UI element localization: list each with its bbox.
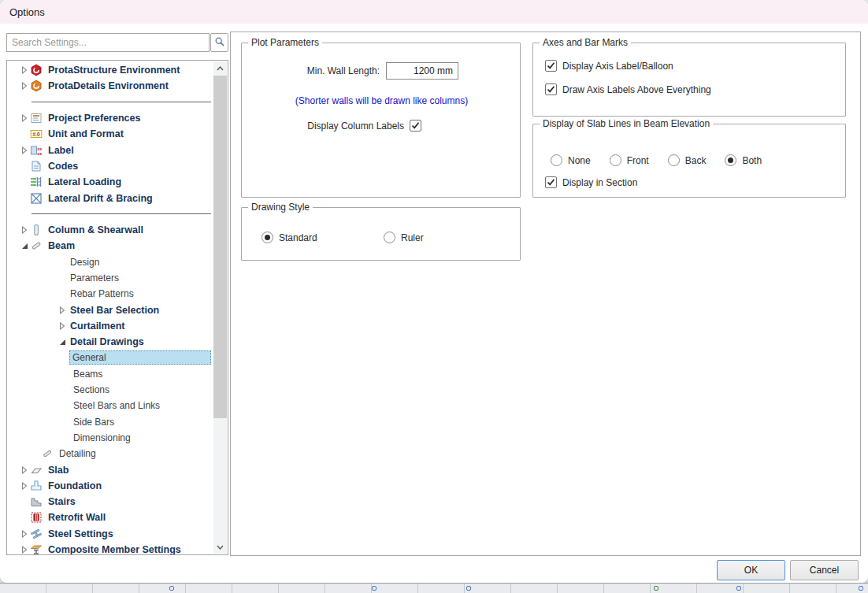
tree-item-detail-drawings[interactable]: Detail Drawings <box>8 334 213 350</box>
tree-item-detailing[interactable]: Detailing <box>8 446 213 461</box>
cancel-button[interactable]: Cancel <box>790 560 859 580</box>
slab-lines-front-radio[interactable] <box>610 154 621 166</box>
settings-tree: ProtaStructure EnvironmentProtaDetails E… <box>6 60 228 555</box>
background-axis-mark <box>466 586 471 591</box>
search-input[interactable] <box>6 33 210 52</box>
tree-item-design[interactable]: Design <box>8 254 213 270</box>
min-wall-length-input[interactable] <box>386 62 458 80</box>
expand-arrow-icon[interactable] <box>57 321 68 332</box>
display-axis-label-checkbox[interactable] <box>545 60 557 72</box>
tree-item-composite-member-settings[interactable]: Composite Member Settings <box>8 542 213 555</box>
tree-item-lateral-loading[interactable]: Lateral Loading <box>8 174 213 190</box>
tree-item-label[interactable]: xxxxLabel <box>8 142 213 158</box>
tree-item-general[interactable]: General <box>8 350 213 365</box>
tree-item-beams[interactable]: Beams <box>8 366 213 382</box>
group-title: Display of Slab Lines in Beam Elevation <box>540 118 713 129</box>
tree-item-label: Project Preferences <box>46 112 143 124</box>
arrow-spacer <box>60 432 71 443</box>
display-in-section-checkbox[interactable] <box>545 176 557 188</box>
scrollbar-thumb[interactable] <box>213 76 227 418</box>
lateral-loading-icon <box>30 176 46 188</box>
arrow-spacer <box>19 161 30 172</box>
expand-arrow-icon[interactable] <box>19 113 30 124</box>
draw-axis-labels-checkbox[interactable] <box>545 83 557 95</box>
tree-item-label: Beams <box>71 368 105 380</box>
tree-item-label: Steel Settings <box>46 528 116 540</box>
tree-item-sections[interactable]: Sections <box>8 382 213 398</box>
tree-item-parameters[interactable]: Parameters <box>8 270 213 286</box>
magnifier-icon <box>214 36 225 50</box>
arrow-spacer <box>58 352 69 363</box>
slab-lines-back-radio[interactable] <box>668 154 680 166</box>
slab-lines-none-radio[interactable] <box>551 154 562 166</box>
collapse-arrow-icon[interactable] <box>57 336 68 347</box>
arrow-spacer <box>60 417 71 428</box>
expand-arrow-icon[interactable] <box>19 480 30 491</box>
group-title: Axes and Bar Marks <box>540 37 631 48</box>
axes-bar-marks-group: Axes and Bar Marks Display Axis Label/Ba… <box>532 43 846 117</box>
tree-item-label: Detail Drawings <box>68 335 147 348</box>
tree-item-column-shearwall[interactable]: Column & Shearwall <box>8 222 213 238</box>
tree-item-label: Stairs <box>46 495 78 508</box>
tree-item-beam[interactable]: Beam <box>8 238 213 254</box>
tree-item-label: Label <box>46 144 76 157</box>
tree-item-side-bars[interactable]: Side Bars <box>8 414 213 430</box>
scroll-down-arrow-icon[interactable] <box>213 540 227 554</box>
expand-arrow-icon[interactable] <box>19 65 30 76</box>
prota-red-icon <box>30 64 46 76</box>
tree-item-label: General <box>69 350 211 365</box>
arrow-spacer <box>19 128 30 139</box>
tree-item-label: Foundation <box>46 480 104 492</box>
expand-arrow-icon[interactable] <box>19 528 30 539</box>
svg-text:#.0: #.0 <box>32 132 39 137</box>
tree-item-label: Codes <box>46 160 80 172</box>
display-axis-label-label: Display Axis Label/Balloon <box>562 61 673 72</box>
expand-arrow-icon[interactable] <box>19 465 30 476</box>
tree-item-unit-and-format[interactable]: #.0Unit and Format <box>8 126 213 142</box>
tree-item-lateral-drift-bracing[interactable]: Lateral Drift & Bracing <box>8 190 213 206</box>
tree-item-retrofit-wall[interactable]: Retrofit Wall <box>8 510 213 525</box>
tree-item-foundation[interactable]: Foundation <box>8 478 213 494</box>
tree-item-stairs[interactable]: Stairs <box>8 494 213 510</box>
arrow-spacer <box>57 272 68 284</box>
tree-item-label: Composite Member Settings <box>46 543 184 555</box>
standard-radio[interactable] <box>262 232 273 243</box>
arrow-spacer <box>19 176 30 187</box>
tree-item-protastructure-environment[interactable]: ProtaStructure Environment <box>8 62 213 78</box>
slab-lines-none-label: None <box>568 155 591 166</box>
column-icon <box>30 224 46 236</box>
collapse-arrow-icon[interactable] <box>19 240 30 251</box>
tree-item-dimensioning[interactable]: Dimensioning <box>8 430 213 446</box>
expand-arrow-icon[interactable] <box>19 145 30 156</box>
group-title: Drawing Style <box>248 202 313 213</box>
tree-item-steel-bars-and-links[interactable]: Steel Bars and Links <box>8 398 213 413</box>
tree-item-label: Steel Bar Selection <box>68 304 161 317</box>
display-in-section-label: Display in Section <box>562 177 637 188</box>
scroll-up-arrow-icon[interactable] <box>213 61 227 75</box>
tree-item-protadetails-environment[interactable]: ProtaDetails Environment <box>8 78 213 94</box>
expand-arrow-icon[interactable] <box>19 80 30 91</box>
arrow-spacer <box>19 512 30 523</box>
expand-arrow-icon[interactable] <box>19 544 30 555</box>
ruler-radio[interactable] <box>384 232 395 243</box>
tree-item-codes[interactable]: Codes <box>8 158 213 174</box>
slab-lines-both-radio[interactable] <box>725 154 736 166</box>
display-column-labels-checkbox[interactable] <box>410 120 421 132</box>
expand-arrow-icon[interactable] <box>57 305 68 316</box>
tree-item-label: Beam <box>46 239 77 252</box>
search-button[interactable] <box>210 33 228 52</box>
tree-scrollbar[interactable] <box>213 61 227 554</box>
tree-item-steel-bar-selection[interactable]: Steel Bar Selection <box>8 302 213 317</box>
ok-button[interactable]: OK <box>717 560 785 580</box>
tree-item-rebar-patterns[interactable]: Rebar Patterns <box>8 286 213 302</box>
expand-arrow-icon[interactable] <box>19 224 30 235</box>
tree-item-slab[interactable]: Slab <box>8 461 213 477</box>
background-axis-mark <box>372 586 377 591</box>
plot-parameters-group: Plot Parameters Min. Wall Length: (Short… <box>241 43 521 198</box>
tree-item-label: Retrofit Wall <box>46 511 108 524</box>
tree-item-steel-settings[interactable]: Steel Settings <box>8 526 213 542</box>
tree-item-curtailment[interactable]: Curtailment <box>8 318 213 334</box>
unit-format-icon: #.0 <box>30 128 46 140</box>
tree-item-project-preferences[interactable]: Project Preferences <box>8 110 213 126</box>
stairs-icon <box>30 495 46 508</box>
